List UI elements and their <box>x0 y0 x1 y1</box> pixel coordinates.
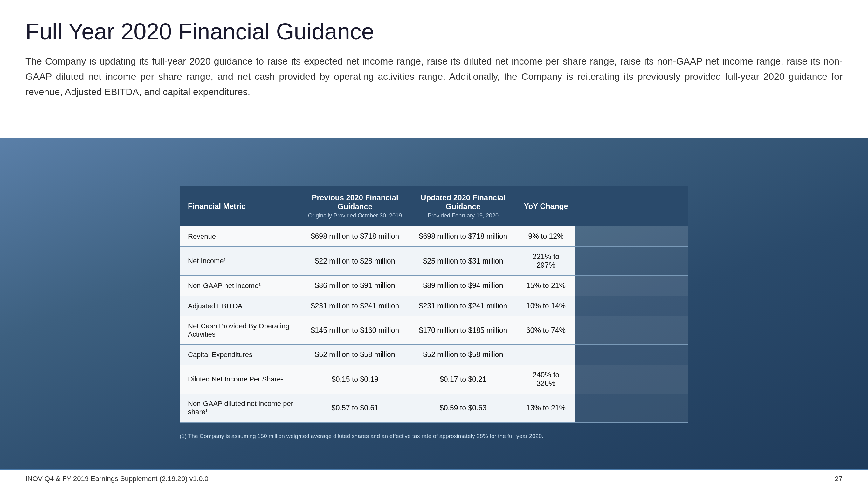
top-section: Full Year 2020 Financial Guidance The Co… <box>0 0 868 112</box>
cell-updated-7: $0.59 to $0.63 <box>409 394 517 422</box>
cell-yoy-7: 13% to 21% <box>517 394 575 422</box>
cell-updated-4: $170 million to $185 million <box>409 316 517 344</box>
cell-previous-0: $698 million to $718 million <box>301 226 409 246</box>
cell-metric-0: Revenue <box>180 226 301 246</box>
col-header-metric: Financial Metric <box>180 186 301 226</box>
cell-metric-2: Non-GAAP net income¹ <box>180 276 301 296</box>
col-header-previous: Previous 2020 Financial Guidance Origina… <box>301 186 409 226</box>
table-row: Diluted Net Income Per Share¹ $0.15 to $… <box>180 365 688 394</box>
table-row: Revenue $698 million to $718 million $69… <box>180 226 688 246</box>
col-header-updated: Updated 2020 Financial Guidance Provided… <box>409 186 517 226</box>
footer-page-number: 27 <box>835 475 843 483</box>
footer-left-text: INOV Q4 & FY 2019 Earnings Supplement (2… <box>25 475 209 483</box>
footer-bar: INOV Q4 & FY 2019 Earnings Supplement (2… <box>0 469 868 488</box>
cell-metric-1: Net Income¹ <box>180 247 301 275</box>
table-row: Capital Expenditures $52 million to $58 … <box>180 344 688 365</box>
page-title: Full Year 2020 Financial Guidance <box>25 19 843 44</box>
cell-updated-6: $0.17 to $0.21 <box>409 365 517 394</box>
cell-metric-6: Diluted Net Income Per Share¹ <box>180 365 301 394</box>
cell-metric-4: Net Cash Provided By Operating Activitie… <box>180 316 301 344</box>
cell-yoy-4: 60% to 74% <box>517 316 575 344</box>
cell-metric-7: Non-GAAP diluted net income per share¹ <box>180 394 301 422</box>
col-header-yoy: YoY Change <box>517 186 575 226</box>
cell-previous-1: $22 million to $28 million <box>301 247 409 275</box>
cell-updated-0: $698 million to $718 million <box>409 226 517 246</box>
intro-paragraph: The Company is updating its full-year 20… <box>25 54 843 99</box>
cell-metric-5: Capital Expenditures <box>180 345 301 365</box>
cell-previous-3: $231 million to $241 million <box>301 296 409 316</box>
cell-yoy-5: --- <box>517 345 575 365</box>
cell-updated-3: $231 million to $241 million <box>409 296 517 316</box>
cell-updated-5: $52 million to $58 million <box>409 345 517 365</box>
cell-updated-1: $25 million to $31 million <box>409 247 517 275</box>
data-table: Financial Metric Previous 2020 Financial… <box>180 186 688 423</box>
footnote: (1) The Company is assuming 150 million … <box>180 432 688 440</box>
cell-yoy-0: 9% to 12% <box>517 226 575 246</box>
cell-yoy-6: 240% to 320% <box>517 365 575 394</box>
table-row: Adjusted EBITDA $231 million to $241 mil… <box>180 296 688 316</box>
cell-previous-6: $0.15 to $0.19 <box>301 365 409 394</box>
table-row: Net Income¹ $22 million to $28 million $… <box>180 246 688 275</box>
cell-previous-5: $52 million to $58 million <box>301 345 409 365</box>
table-row: Non-GAAP net income¹ $86 million to $91 … <box>180 275 688 296</box>
table-row: Non-GAAP diluted net income per share¹ $… <box>180 394 688 422</box>
cell-yoy-3: 10% to 14% <box>517 296 575 316</box>
cell-previous-4: $145 million to $160 million <box>301 316 409 344</box>
table-header: Financial Metric Previous 2020 Financial… <box>180 186 688 226</box>
cell-previous-2: $86 million to $91 million <box>301 276 409 296</box>
cell-previous-7: $0.57 to $0.61 <box>301 394 409 422</box>
bottom-section: Financial Metric Previous 2020 Financial… <box>0 138 868 488</box>
cell-yoy-1: 221% to 297% <box>517 247 575 275</box>
cell-updated-2: $89 million to $94 million <box>409 276 517 296</box>
table-row: Net Cash Provided By Operating Activitie… <box>180 316 688 344</box>
cell-metric-3: Adjusted EBITDA <box>180 296 301 316</box>
cell-yoy-2: 15% to 21% <box>517 276 575 296</box>
